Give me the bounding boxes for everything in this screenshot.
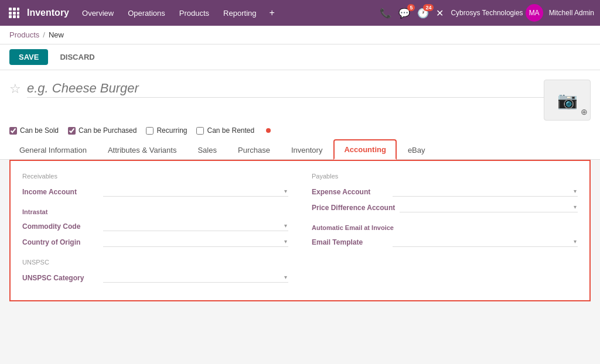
user-name: Mitchell Admin [549, 9, 594, 17]
can-be-sold-label: Can be Sold [20, 126, 59, 135]
unspsc-label: UNSPSC [22, 259, 288, 266]
nav-item-overview[interactable]: Overview [76, 5, 120, 21]
recurring-label: Recurring [156, 126, 187, 135]
clock-badge: 24 [423, 4, 434, 11]
tab-purchase[interactable]: Purchase [228, 140, 280, 159]
intrastat-label: Intrastat [22, 208, 288, 215]
commodity-code-select-wrapper: ▾ [103, 221, 288, 231]
company-name: Cybrosys Technologies [451, 9, 523, 17]
price-diff-row: Price Difference Account ▾ [312, 202, 578, 212]
product-name-input[interactable] [27, 80, 544, 98]
nav-brand: Inventory [27, 8, 69, 18]
right-column: Payables Expense Account ▾ Price Differe… [312, 173, 578, 289]
tab-general-information[interactable]: General Information [9, 140, 97, 159]
product-header: ☆ 📷 ⊕ Can be Sold Can be Purchased Recur… [0, 70, 600, 135]
can-be-purchased-checkbox[interactable]: Can be Purchased [68, 126, 137, 135]
svg-rect-0 [9, 8, 12, 11]
svg-rect-2 [17, 8, 19, 11]
email-template-select-wrapper: ▾ [393, 237, 578, 247]
checkboxes-row: Can be Sold Can be Purchased Recurring C… [0, 121, 591, 135]
left-column: Receivables Income Account ▾ Intrastat [22, 173, 288, 289]
country-origin-row: Country of Origin ▾ [22, 237, 288, 247]
email-template-select[interactable] [393, 237, 578, 245]
svg-rect-7 [13, 15, 16, 18]
income-account-select[interactable] [103, 187, 288, 195]
income-account-select-wrapper: ▾ [103, 187, 288, 197]
chat-icon[interactable]: 💬 5 [398, 8, 410, 19]
svg-rect-5 [17, 12, 19, 15]
svg-rect-6 [9, 15, 12, 18]
country-origin-label: Country of Origin [22, 238, 98, 246]
can-be-rented-checkbox[interactable]: Can be Rented [196, 126, 254, 135]
tab-sales[interactable]: Sales [188, 140, 227, 159]
tabs-row: General Information Attributes & Variant… [0, 135, 600, 160]
tab-inventory[interactable]: Inventory [281, 140, 332, 159]
star-icon[interactable]: ☆ [9, 81, 21, 97]
country-origin-select-wrapper: ▾ [103, 237, 288, 247]
camera-icon: 📷 [557, 91, 578, 110]
can-be-purchased-label: Can be Purchased [79, 126, 137, 135]
recurring-checkbox[interactable]: Recurring [146, 126, 187, 135]
can-be-sold-checkbox[interactable]: Can be Sold [9, 126, 59, 135]
expense-account-row: Expense Account ▾ [312, 187, 578, 197]
unspsc-category-select-wrapper: ▾ [103, 273, 288, 283]
expense-account-select[interactable] [393, 187, 578, 195]
country-origin-select[interactable] [103, 237, 288, 245]
nav-item-reporting[interactable]: Reporting [217, 5, 262, 21]
commodity-code-select[interactable] [103, 221, 288, 229]
save-button[interactable]: SAVE [9, 49, 48, 65]
product-image-upload[interactable]: 📷 ⊕ [544, 80, 591, 121]
payables-section: Payables Expense Account ▾ Price Differe… [312, 173, 578, 212]
top-nav: Inventory Overview Operations Products R… [0, 0, 600, 26]
breadcrumb-separator: / [43, 30, 45, 39]
nav-icons: 📞 💬 5 🕐 24 ✕ [380, 8, 444, 19]
required-indicator [266, 128, 271, 133]
tab-accounting[interactable]: Accounting [333, 139, 397, 160]
email-template-label: Email Template [312, 238, 388, 246]
price-diff-label: Price Difference Account [312, 204, 395, 212]
unspsc-category-label: UNSPSC Category [22, 274, 98, 282]
settings-icon[interactable]: ✕ [436, 8, 444, 19]
price-diff-select-wrapper: ▾ [400, 202, 578, 212]
commodity-code-row: Commodity Code ▾ [22, 221, 288, 231]
email-template-row: Email Template ▾ [312, 237, 578, 247]
receivables-section: Receivables Income Account ▾ [22, 173, 288, 197]
tab-ebay[interactable]: eBay [398, 140, 435, 159]
svg-rect-8 [17, 15, 19, 18]
unspsc-category-select[interactable] [103, 273, 288, 281]
tab-attributes-variants[interactable]: Attributes & Variants [98, 140, 187, 159]
breadcrumb-link[interactable]: Products [9, 30, 39, 39]
expense-account-label: Expense Account [312, 188, 388, 196]
phone-icon[interactable]: 📞 [380, 8, 391, 19]
receivables-label: Receivables [22, 173, 288, 180]
chat-badge: 5 [407, 4, 415, 11]
accounting-panel: Receivables Income Account ▾ Intrastat [9, 160, 591, 301]
price-diff-select[interactable] [400, 202, 578, 211]
discard-button[interactable]: DISCARD [53, 49, 101, 65]
payables-label: Payables [312, 173, 578, 180]
auto-email-label: Automatic Email at Invoice [312, 224, 578, 231]
svg-rect-1 [13, 8, 16, 11]
svg-rect-4 [13, 12, 16, 15]
breadcrumb: Products / New [0, 26, 600, 44]
action-bar: SAVE DISCARD [0, 44, 600, 70]
apps-icon[interactable] [6, 5, 22, 21]
nav-item-products[interactable]: Products [173, 5, 215, 21]
can-be-rented-label: Can be Rented [207, 126, 254, 135]
nav-item-operations[interactable]: Operations [122, 5, 171, 21]
commodity-code-label: Commodity Code [22, 222, 98, 231]
intrastat-section: Intrastat Commodity Code ▾ Country of Or… [22, 208, 288, 247]
clock-icon[interactable]: 🕐 24 [417, 8, 429, 19]
income-account-row: Income Account ▾ [22, 187, 288, 197]
unspsc-section: UNSPSC UNSPSC Category ▾ [22, 259, 288, 283]
user-avatar[interactable]: MA [526, 4, 543, 22]
svg-rect-3 [9, 12, 12, 15]
income-account-label: Income Account [22, 188, 98, 196]
nav-plus-button[interactable]: + [264, 5, 279, 20]
auto-email-section: Automatic Email at Invoice Email Templat… [312, 224, 578, 247]
expense-account-select-wrapper: ▾ [393, 187, 578, 197]
unspsc-category-row: UNSPSC Category ▾ [22, 273, 288, 283]
breadcrumb-current: New [49, 30, 64, 39]
add-image-icon: ⊕ [581, 107, 588, 116]
